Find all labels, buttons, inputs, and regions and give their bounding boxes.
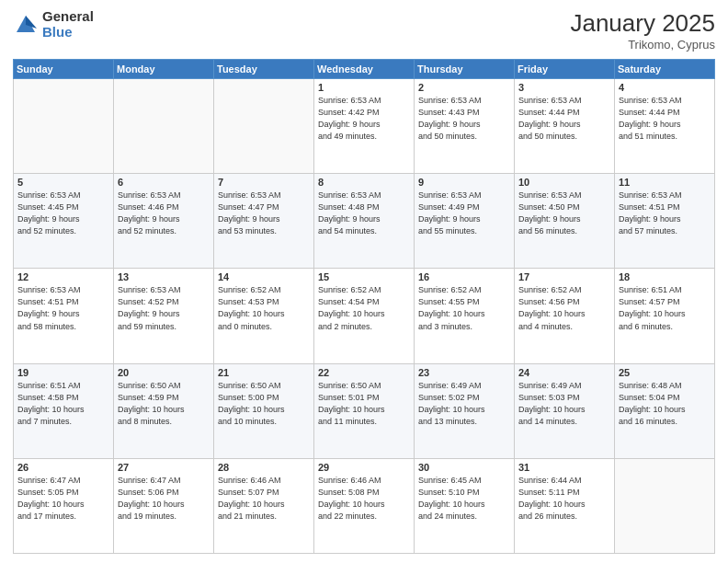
day-number: 14 [218,271,310,282]
day-info: Sunrise: 6:53 AM Sunset: 4:49 PM Dayligh… [418,190,510,237]
calendar-cell: 2Sunrise: 6:53 AM Sunset: 4:43 PM Daylig… [415,79,515,174]
calendar-cell: 9Sunrise: 6:53 AM Sunset: 4:49 PM Daylig… [415,174,515,269]
day-number: 9 [418,177,510,188]
day-info: Sunrise: 6:46 AM Sunset: 5:07 PM Dayligh… [218,475,310,523]
calendar-cell: 26Sunrise: 6:47 AM Sunset: 5:05 PM Dayli… [14,458,114,553]
day-header-thursday: Thursday [415,60,515,79]
calendar-table: SundayMondayTuesdayWednesdayThursdayFrid… [13,59,715,554]
calendar-cell: 30Sunrise: 6:45 AM Sunset: 5:10 PM Dayli… [415,458,515,553]
day-info: Sunrise: 6:53 AM Sunset: 4:46 PM Dayligh… [118,190,210,237]
day-header-monday: Monday [114,60,214,79]
day-info: Sunrise: 6:52 AM Sunset: 4:56 PM Dayligh… [518,284,610,332]
day-header-friday: Friday [515,60,615,79]
logo: General Blue [13,9,94,40]
day-number: 8 [318,177,410,188]
day-info: Sunrise: 6:50 AM Sunset: 5:01 PM Dayligh… [318,380,410,428]
logo-general: General [42,9,94,25]
day-number: 26 [17,462,109,473]
day-number: 7 [218,177,310,188]
day-number: 3 [518,82,610,93]
day-number: 21 [218,367,310,378]
calendar-cell: 29Sunrise: 6:46 AM Sunset: 5:08 PM Dayli… [314,458,415,553]
calendar-cell: 6Sunrise: 6:53 AM Sunset: 4:46 PM Daylig… [114,174,214,269]
week-row-4: 19Sunrise: 6:51 AM Sunset: 4:58 PM Dayli… [14,363,715,458]
day-header-sunday: Sunday [14,60,114,79]
day-info: Sunrise: 6:53 AM Sunset: 4:51 PM Dayligh… [619,190,711,237]
day-info: Sunrise: 6:44 AM Sunset: 5:11 PM Dayligh… [518,475,610,523]
day-info: Sunrise: 6:51 AM Sunset: 4:57 PM Dayligh… [619,284,711,332]
calendar-cell: 13Sunrise: 6:53 AM Sunset: 4:52 PM Dayli… [114,269,214,363]
day-number: 12 [17,271,109,282]
day-info: Sunrise: 6:49 AM Sunset: 5:02 PM Dayligh… [418,380,510,428]
calendar-cell: 27Sunrise: 6:47 AM Sunset: 5:06 PM Dayli… [114,458,214,553]
day-info: Sunrise: 6:53 AM Sunset: 4:44 PM Dayligh… [619,95,711,143]
day-info: Sunrise: 6:50 AM Sunset: 4:59 PM Dayligh… [118,380,210,428]
day-info: Sunrise: 6:53 AM Sunset: 4:50 PM Dayligh… [518,190,610,237]
day-number: 31 [518,462,610,473]
day-info: Sunrise: 6:45 AM Sunset: 5:10 PM Dayligh… [418,475,510,523]
calendar-header-row: SundayMondayTuesdayWednesdayThursdayFrid… [14,60,715,79]
day-header-saturday: Saturday [615,60,715,79]
week-row-2: 5Sunrise: 6:53 AM Sunset: 4:45 PM Daylig… [14,174,715,269]
calendar-cell: 31Sunrise: 6:44 AM Sunset: 5:11 PM Dayli… [515,458,615,553]
day-number: 23 [418,367,510,378]
calendar-cell: 12Sunrise: 6:53 AM Sunset: 4:51 PM Dayli… [14,269,114,363]
day-number: 10 [518,177,610,188]
day-info: Sunrise: 6:53 AM Sunset: 4:45 PM Dayligh… [17,190,109,237]
day-info: Sunrise: 6:53 AM Sunset: 4:52 PM Dayligh… [118,284,210,332]
calendar-cell: 14Sunrise: 6:52 AM Sunset: 4:53 PM Dayli… [214,269,314,363]
day-info: Sunrise: 6:52 AM Sunset: 4:54 PM Dayligh… [318,284,410,332]
page: General Blue January 2025 Trikomo, Cypru… [0,0,728,563]
day-header-wednesday: Wednesday [314,60,415,79]
week-row-1: 1Sunrise: 6:53 AM Sunset: 4:42 PM Daylig… [14,79,715,174]
day-header-tuesday: Tuesday [214,60,314,79]
day-info: Sunrise: 6:49 AM Sunset: 5:03 PM Dayligh… [518,380,610,428]
calendar-cell: 17Sunrise: 6:52 AM Sunset: 4:56 PM Dayli… [515,269,615,363]
calendar-cell: 21Sunrise: 6:50 AM Sunset: 5:00 PM Dayli… [214,363,314,458]
logo-icon [13,12,39,38]
header: General Blue January 2025 Trikomo, Cypru… [13,9,715,52]
calendar-cell: 16Sunrise: 6:52 AM Sunset: 4:55 PM Dayli… [415,269,515,363]
calendar-cell [14,79,114,174]
day-info: Sunrise: 6:47 AM Sunset: 5:06 PM Dayligh… [118,475,210,523]
day-info: Sunrise: 6:53 AM Sunset: 4:48 PM Dayligh… [318,190,410,237]
day-number: 4 [619,82,711,93]
day-number: 25 [619,367,711,378]
day-info: Sunrise: 6:53 AM Sunset: 4:47 PM Dayligh… [218,190,310,237]
week-row-5: 26Sunrise: 6:47 AM Sunset: 5:05 PM Dayli… [14,458,715,553]
calendar-cell [114,79,214,174]
day-info: Sunrise: 6:53 AM Sunset: 4:42 PM Dayligh… [318,95,410,143]
day-info: Sunrise: 6:52 AM Sunset: 4:55 PM Dayligh… [418,284,510,332]
calendar-cell: 18Sunrise: 6:51 AM Sunset: 4:57 PM Dayli… [615,269,715,363]
calendar-cell: 1Sunrise: 6:53 AM Sunset: 4:42 PM Daylig… [314,79,415,174]
calendar-cell: 22Sunrise: 6:50 AM Sunset: 5:01 PM Dayli… [314,363,415,458]
day-number: 11 [619,177,711,188]
calendar-cell: 8Sunrise: 6:53 AM Sunset: 4:48 PM Daylig… [314,174,415,269]
calendar-cell: 15Sunrise: 6:52 AM Sunset: 4:54 PM Dayli… [314,269,415,363]
calendar-cell: 5Sunrise: 6:53 AM Sunset: 4:45 PM Daylig… [14,174,114,269]
calendar-cell: 10Sunrise: 6:53 AM Sunset: 4:50 PM Dayli… [515,174,615,269]
day-info: Sunrise: 6:46 AM Sunset: 5:08 PM Dayligh… [318,475,410,523]
day-number: 28 [218,462,310,473]
day-number: 30 [418,462,510,473]
day-number: 20 [118,367,210,378]
day-number: 24 [518,367,610,378]
day-info: Sunrise: 6:53 AM Sunset: 4:44 PM Dayligh… [518,95,610,143]
day-number: 6 [118,177,210,188]
calendar-cell: 4Sunrise: 6:53 AM Sunset: 4:44 PM Daylig… [615,79,715,174]
day-info: Sunrise: 6:53 AM Sunset: 4:43 PM Dayligh… [418,95,510,143]
day-number: 17 [518,271,610,282]
day-number: 22 [318,367,410,378]
calendar-cell: 11Sunrise: 6:53 AM Sunset: 4:51 PM Dayli… [615,174,715,269]
day-number: 2 [418,82,510,93]
day-number: 15 [318,271,410,282]
day-number: 13 [118,271,210,282]
day-info: Sunrise: 6:48 AM Sunset: 5:04 PM Dayligh… [619,380,711,428]
title-block: January 2025 Trikomo, Cyprus [570,9,715,52]
location: Trikomo, Cyprus [570,38,715,52]
day-number: 5 [17,177,109,188]
day-number: 18 [619,271,711,282]
day-info: Sunrise: 6:52 AM Sunset: 4:53 PM Dayligh… [218,284,310,332]
day-info: Sunrise: 6:47 AM Sunset: 5:05 PM Dayligh… [17,475,109,523]
day-number: 19 [17,367,109,378]
